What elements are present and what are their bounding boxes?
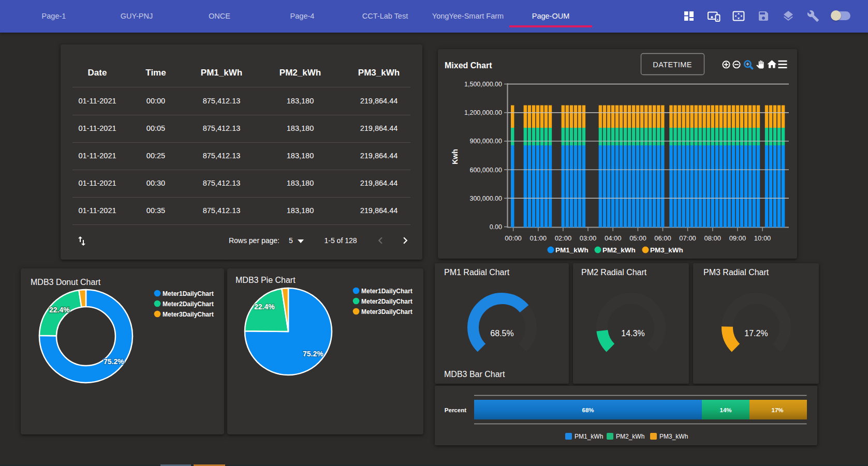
svg-text:22.4%: 22.4%: [254, 303, 275, 311]
svg-text:PM2 Radial Chart: PM2 Radial Chart: [581, 268, 647, 277]
svg-text:02:00: 02:00: [555, 234, 572, 242]
svg-text:MDB3 Pie Chart: MDB3 Pie Chart: [236, 276, 296, 284]
svg-text:06:00: 06:00: [654, 234, 671, 242]
svg-text:17%: 17%: [771, 407, 783, 413]
svg-text:0.00: 0.00: [490, 223, 502, 231]
svg-text:PM2_kWh: PM2_kWh: [616, 433, 644, 440]
svg-text:MDB3 Bar Chart: MDB3 Bar Chart: [444, 370, 505, 379]
svg-text:MDB3 Donut Chart: MDB3 Donut Chart: [31, 278, 101, 287]
svg-text:Mixed Chart: Mixed Chart: [445, 61, 492, 70]
svg-text:PM1 Radial Chart: PM1 Radial Chart: [444, 268, 510, 277]
svg-text:Percent: Percent: [445, 407, 466, 413]
svg-text:PM3 Radial Chart: PM3 Radial Chart: [703, 268, 769, 277]
svg-text:00:00: 00:00: [505, 234, 522, 242]
svg-text:22.4%: 22.4%: [49, 306, 70, 314]
svg-text:14.3%: 14.3%: [621, 329, 644, 338]
svg-text:08:00: 08:00: [704, 234, 722, 242]
svg-text:900,000.00: 900,000.00: [469, 138, 502, 145]
svg-text:DATETIME: DATETIME: [653, 61, 692, 69]
svg-text:68.5%: 68.5%: [490, 329, 513, 338]
svg-text:Kwh: Kwh: [451, 149, 459, 164]
svg-text:Meter1DailyChart: Meter1DailyChart: [163, 290, 214, 297]
svg-text:Meter2DailyChart: Meter2DailyChart: [361, 298, 413, 305]
svg-text:75.2%: 75.2%: [104, 357, 124, 366]
svg-text:75.2%: 75.2%: [303, 350, 323, 358]
svg-text:04:00: 04:00: [605, 234, 622, 242]
svg-text:600,000.00: 600,000.00: [469, 167, 502, 174]
svg-text:10:00: 10:00: [754, 234, 771, 242]
svg-text:01:00: 01:00: [530, 234, 547, 242]
svg-text:14%: 14%: [719, 407, 731, 413]
svg-text:05:00: 05:00: [629, 234, 646, 242]
svg-text:PM1_kWh: PM1_kWh: [575, 433, 603, 440]
svg-text:Meter2DailyChart: Meter2DailyChart: [163, 300, 214, 308]
svg-text:PM1_kWh: PM1_kWh: [555, 246, 589, 254]
svg-text:1,500,000.00: 1,500,000.00: [464, 81, 502, 88]
svg-text:PM2_kWh: PM2_kWh: [602, 246, 636, 254]
svg-text:07:00: 07:00: [679, 234, 696, 242]
svg-text:Meter3DailyChart: Meter3DailyChart: [361, 308, 413, 315]
svg-text:PM3_kWh: PM3_kWh: [659, 433, 688, 440]
svg-text:68%: 68%: [582, 407, 594, 413]
svg-text:PM3_kWh: PM3_kWh: [650, 246, 683, 254]
svg-text:1,200,000.00: 1,200,000.00: [464, 109, 502, 116]
svg-text:Meter1DailyChart: Meter1DailyChart: [361, 288, 413, 295]
svg-text:09:00: 09:00: [729, 234, 746, 242]
svg-text:03:00: 03:00: [580, 234, 597, 242]
svg-text:Meter3DailyChart: Meter3DailyChart: [163, 311, 214, 318]
svg-text:17.2%: 17.2%: [744, 329, 768, 338]
svg-text:300,000.00: 300,000.00: [469, 195, 502, 202]
